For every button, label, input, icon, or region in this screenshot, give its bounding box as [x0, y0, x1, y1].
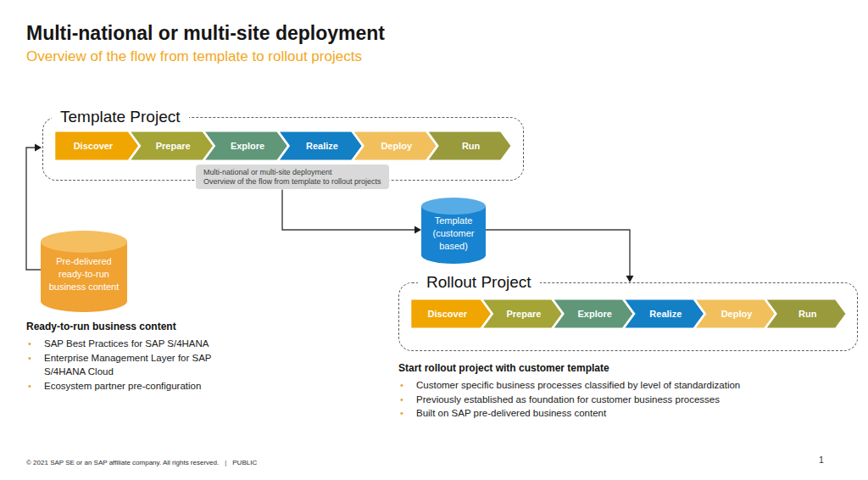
page-number: 1 — [819, 455, 824, 465]
bullet-item: Previously established as foundation for… — [398, 393, 776, 407]
hover-tooltip: Multi-national or multi-site deployment … — [196, 165, 389, 189]
phase-label: Discover — [74, 141, 114, 151]
classification-label: PUBLIC — [232, 459, 257, 466]
slide-canvas: Multi-national or multi-site deployment … — [0, 0, 868, 480]
copyright-text: © 2021 SAP SE or an SAP affiliate compan… — [26, 459, 219, 466]
tooltip-line-2: Overview of the flow from template to ro… — [203, 177, 381, 187]
phase-label: Prepare — [156, 141, 191, 151]
footer-separator: | — [225, 459, 226, 466]
customer-template-cylinder: Template (customer based) — [421, 198, 486, 264]
bullet-item: Enterprise Management Layer for SAP S/4H… — [26, 351, 238, 379]
bullet-item: Customer specific business processes cla… — [398, 378, 776, 393]
template-project-label: Template Project — [52, 106, 189, 128]
rollout-project-label: Rollout Project — [418, 271, 540, 293]
template-cylinder-text: Template (customer based) — [421, 198, 486, 264]
page-subtitle: Overview of the flow from template to ro… — [26, 48, 362, 65]
arrow-content-to-template-project — [26, 144, 42, 271]
phase-label: Prepare — [507, 309, 542, 319]
ready-to-run-notes: Ready-to-run business content SAP Best P… — [26, 321, 238, 393]
phase-label: Deploy — [381, 141, 413, 151]
phase-label: Realize — [649, 309, 682, 319]
phase-label: Explore — [577, 309, 611, 319]
bullet-item: Built on SAP pre-delivered business cont… — [398, 406, 776, 421]
bullet-item: SAP Best Practices for SAP S/4HANA — [26, 337, 238, 351]
bullet-item: Ecosystem partner pre-configuration — [26, 379, 238, 393]
predelivered-cylinder-text: Pre-delivered ready-to-run business cont… — [41, 231, 127, 312]
right-notes-heading: Start rollout project with customer temp… — [398, 362, 776, 374]
page-title: Multi-national or multi-site deployment — [26, 22, 385, 45]
right-notes-list: Customer specific business processes cla… — [398, 378, 776, 421]
left-notes-list: SAP Best Practices for SAP S/4HANAEnterp… — [26, 337, 238, 393]
left-notes-heading: Ready-to-run business content — [26, 321, 238, 332]
phase-label: Explore — [231, 141, 264, 151]
rollout-project-box: Rollout Project DiscoverPrepareExploreRe… — [398, 282, 858, 351]
arrow-template-flow-to-cylinder — [282, 187, 421, 234]
phase-label: Realize — [306, 141, 338, 151]
rollout-phase-chevrons: DiscoverPrepareExploreRealizeDeployRun — [410, 298, 847, 330]
rollout-notes: Start rollout project with customer temp… — [398, 362, 776, 421]
phase-label: Discover — [428, 309, 468, 319]
predelivered-content-cylinder: Pre-delivered ready-to-run business cont… — [41, 231, 127, 312]
phase-label: Run — [462, 141, 481, 151]
tooltip-line-1: Multi-national or multi-site deployment — [203, 168, 381, 177]
phase-label: Deploy — [721, 309, 754, 319]
footer: © 2021 SAP SE or an SAP affiliate compan… — [26, 459, 257, 466]
template-phase-chevrons: DiscoverPrepareExploreRealizeDeployRun — [54, 130, 512, 162]
phase-label: Run — [798, 309, 817, 319]
